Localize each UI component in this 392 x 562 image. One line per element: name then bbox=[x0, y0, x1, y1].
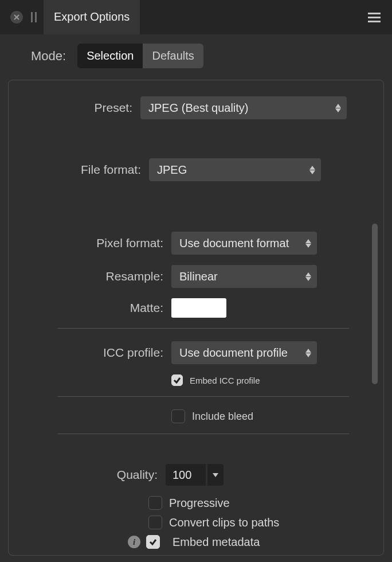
pixel-format-label: Pixel format: bbox=[9, 236, 171, 250]
pixel-format-value: Use document format bbox=[179, 237, 289, 250]
dock-icon[interactable] bbox=[31, 12, 37, 22]
embed-icc-label: Embed ICC profile bbox=[190, 376, 260, 385]
resample-value: Bilinear bbox=[179, 270, 218, 283]
svg-marker-6 bbox=[305, 239, 311, 243]
mode-selection-button[interactable]: Selection bbox=[77, 44, 143, 68]
panel-title: Export Options bbox=[44, 0, 140, 34]
convert-clips-checkbox[interactable] bbox=[148, 516, 162, 529]
svg-marker-11 bbox=[305, 353, 311, 357]
svg-marker-3 bbox=[335, 108, 341, 112]
resample-select[interactable]: Bilinear bbox=[171, 265, 317, 288]
mode-segment: Selection Defaults bbox=[77, 44, 203, 68]
menu-icon[interactable] bbox=[368, 0, 381, 34]
svg-marker-8 bbox=[305, 272, 311, 276]
embed-icc-checkbox[interactable] bbox=[171, 374, 183, 386]
convert-clips-label: Convert clips to paths bbox=[169, 516, 279, 529]
svg-marker-9 bbox=[305, 277, 311, 281]
matte-color-swatch[interactable] bbox=[171, 298, 226, 318]
stepper-icon bbox=[305, 265, 311, 288]
mode-defaults-button[interactable]: Defaults bbox=[143, 44, 203, 68]
scrollbar[interactable] bbox=[372, 224, 378, 384]
svg-marker-10 bbox=[305, 349, 311, 353]
pixel-format-select[interactable]: Use document format bbox=[171, 232, 317, 255]
options-panel: Preset: JPEG (Best quality) File format:… bbox=[8, 80, 384, 556]
include-bleed-label: Include bleed bbox=[192, 411, 253, 423]
info-icon[interactable]: i bbox=[128, 536, 140, 548]
progressive-checkbox[interactable] bbox=[148, 496, 162, 510]
icc-profile-select[interactable]: Use document profile bbox=[171, 341, 317, 364]
embed-metadata-checkbox[interactable] bbox=[146, 535, 160, 549]
preset-value: JPEG (Best quality) bbox=[148, 102, 249, 115]
stepper-icon bbox=[335, 96, 341, 119]
file-format-label: File format: bbox=[9, 163, 149, 177]
stepper-icon bbox=[305, 232, 311, 255]
svg-marker-2 bbox=[335, 104, 341, 108]
divider bbox=[58, 434, 349, 434]
embed-metadata-label: Embed metadata bbox=[173, 536, 260, 549]
divider bbox=[58, 328, 349, 329]
svg-marker-7 bbox=[305, 244, 311, 248]
include-bleed-checkbox[interactable] bbox=[171, 409, 185, 423]
stepper-icon bbox=[309, 158, 315, 181]
stepper-icon bbox=[305, 341, 311, 364]
divider bbox=[58, 396, 349, 397]
progressive-label: Progressive bbox=[169, 497, 230, 510]
icc-profile-value: Use document profile bbox=[179, 346, 288, 360]
file-format-select[interactable]: JPEG bbox=[149, 158, 321, 181]
svg-marker-12 bbox=[213, 473, 218, 477]
icc-profile-label: ICC profile: bbox=[9, 346, 171, 360]
file-format-value: JPEG bbox=[157, 163, 187, 177]
quality-input[interactable]: 100 bbox=[166, 464, 206, 486]
svg-marker-4 bbox=[309, 166, 315, 170]
close-button[interactable] bbox=[10, 11, 23, 24]
quality-stepper[interactable] bbox=[207, 464, 224, 486]
mode-label: Mode: bbox=[31, 49, 66, 64]
preset-label: Preset: bbox=[9, 101, 140, 115]
quality-label: Quality: bbox=[9, 468, 166, 482]
resample-label: Resample: bbox=[9, 270, 171, 283]
svg-marker-5 bbox=[309, 170, 315, 174]
matte-label: Matte: bbox=[9, 301, 171, 315]
preset-select[interactable]: JPEG (Best quality) bbox=[140, 96, 347, 119]
